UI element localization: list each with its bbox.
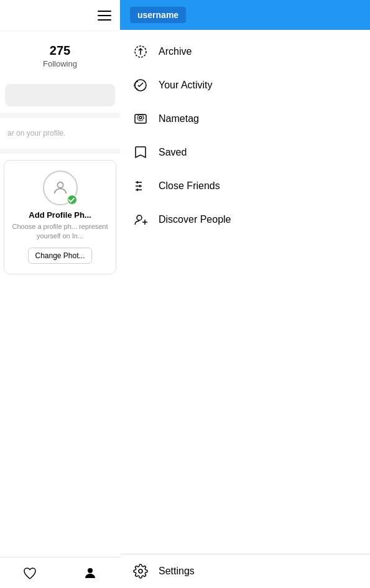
divider-2: [0, 149, 120, 154]
check-badge: [67, 194, 78, 205]
add-photo-card: Add Profile Ph... Choose a profile ph...…: [4, 160, 116, 274]
username-bar: username: [130, 7, 186, 23]
bio-hint: ar on your profile.: [0, 124, 120, 142]
divider-1: [0, 113, 120, 118]
left-panel: 275 Following ar on your profile. Add Pr…: [0, 0, 120, 588]
archive-label: Archive: [159, 46, 192, 57]
svg-point-7: [137, 114, 144, 121]
nametag-icon: [132, 111, 149, 127]
following-label: Following: [43, 59, 77, 68]
saved-icon: [132, 144, 149, 161]
menu-item-saved[interactable]: Saved: [120, 136, 370, 169]
svg-point-14: [137, 215, 142, 220]
add-photo-desc: Choose a profile ph... represent yoursel…: [11, 222, 109, 241]
menu-item-archive[interactable]: Archive: [120, 35, 370, 68]
menu-item-nametag[interactable]: Nametag: [120, 102, 370, 136]
stats-area: 275 Following: [0, 31, 120, 78]
search-bar: [5, 84, 115, 106]
svg-point-6: [139, 116, 142, 119]
saved-label: Saved: [159, 147, 187, 158]
change-photo-button[interactable]: Change Phot...: [28, 248, 91, 264]
dropdown-panel: username Archive Yo: [120, 0, 370, 588]
settings-icon: [132, 563, 149, 579]
menu-item-close-friends[interactable]: Close Friends: [120, 169, 370, 203]
nametag-label: Nametag: [159, 113, 199, 124]
bottom-nav: [0, 557, 120, 588]
following-count: 275: [50, 44, 70, 58]
top-bar: [0, 0, 120, 31]
profile-icon-wrapper: [43, 170, 78, 205]
settings-label: Settings: [159, 566, 195, 577]
svg-point-17: [139, 569, 142, 573]
activity-label: Your Activity: [159, 80, 213, 91]
close-friends-label: Close Friends: [159, 180, 220, 192]
activity-icon: [132, 77, 149, 93]
discover-label: Discover People: [159, 214, 231, 225]
profile-icon[interactable]: [83, 566, 98, 581]
menu-icon[interactable]: [98, 11, 111, 21]
menu-item-discover[interactable]: Discover People: [120, 203, 370, 236]
svg-point-1: [88, 568, 93, 573]
username-text: username: [137, 10, 178, 20]
discover-icon: [132, 212, 149, 228]
add-photo-title: Add Profile Ph...: [29, 210, 91, 220]
svg-point-0: [57, 182, 63, 188]
dropdown-header: username: [120, 0, 370, 30]
menu-item-activity[interactable]: Your Activity: [120, 68, 370, 102]
archive-icon: [132, 44, 149, 60]
menu-list: Archive Your Activity Name: [120, 30, 370, 554]
close-friends-icon: [132, 178, 149, 194]
settings-row[interactable]: Settings: [120, 554, 370, 588]
heart-icon[interactable]: [22, 566, 37, 581]
